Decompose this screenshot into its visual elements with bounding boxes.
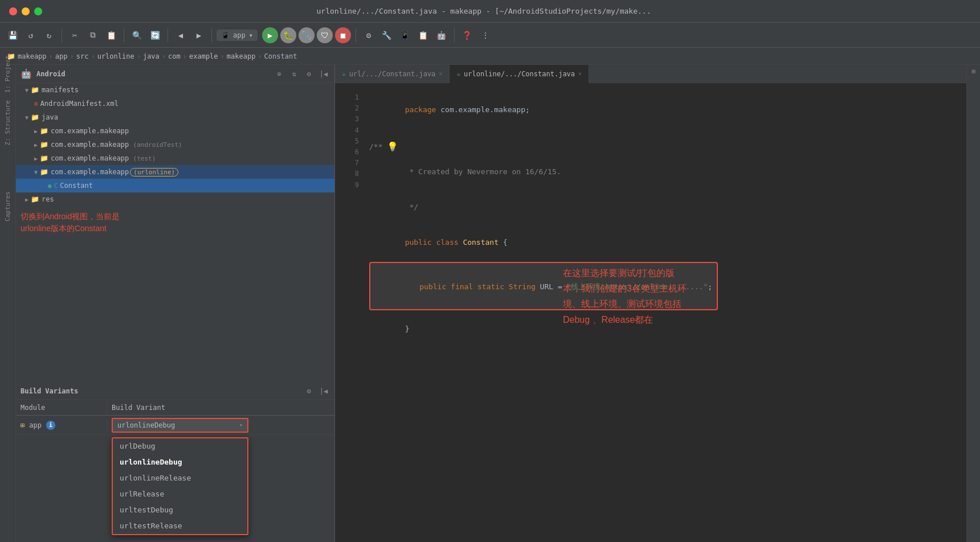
help-button[interactable]: ❓ (459, 27, 475, 43)
sdk-manager-button[interactable]: 🔧 (379, 27, 395, 43)
breadcrumb-example[interactable]: example (189, 52, 218, 60)
tree-item-com-example-makeapp[interactable]: ▶ 📁 com.example.makeapp (16, 124, 334, 138)
settings-gear-icon[interactable]: ⚙ (303, 68, 315, 80)
android-icon: 🤖 (21, 68, 32, 79)
code-line-4: * Created by Nevermore on 16/6/15. (369, 154, 955, 190)
variant-option-urltestrelease[interactable]: urltestRelease (113, 518, 247, 534)
tab-urlonline-constant[interactable]: ☕ urlonline/.../Constant.java × (450, 65, 589, 83)
tree-item-constant[interactable]: ● C Constant (16, 179, 334, 192)
tree-item-test[interactable]: ▶ 📁 com.example.makeapp (test) (16, 151, 334, 165)
variant-option-urlonlinerelease[interactable]: urlonlineRelease (113, 470, 247, 486)
java-icon: ☕ (456, 70, 460, 77)
expand-arrow: ▶ (25, 196, 28, 203)
run-button[interactable]: ▶ (262, 27, 278, 43)
copy-button[interactable]: ⧉ (85, 27, 101, 43)
tab-url-constant[interactable]: ☕ url/.../Constant.java × (335, 65, 450, 83)
debug-button[interactable]: 🐛 (280, 27, 296, 43)
build-variants-panel: Build Variants ⚙ |◀ Module Build Variant… (16, 383, 334, 542)
breadcrumb-sep-1: › (49, 52, 53, 60)
tree-annotation-area: 切换到Android视图，当前是urlonline版本的Constant (16, 206, 334, 240)
tab-label: url/.../Constant.java (349, 70, 436, 78)
breadcrumb-urlonline[interactable]: urlonline (97, 52, 134, 60)
close-button[interactable] (9, 7, 17, 15)
code-line-5: */ (369, 190, 955, 225)
paste-button[interactable]: 📋 (103, 27, 119, 43)
tree-item-res[interactable]: ▶ 📁 res (16, 192, 334, 206)
expand-arrow: ▼ (25, 87, 28, 93)
breadcrumb-sep-7: › (220, 52, 224, 60)
tab-close-icon[interactable]: × (578, 71, 582, 77)
settings-button[interactable]: ⚙ (361, 27, 377, 43)
find-button[interactable]: 🔍 (129, 27, 145, 43)
hide-panel-button[interactable]: |◀ (317, 68, 330, 80)
variant-option-urlrelease[interactable]: urlRelease (113, 486, 247, 502)
tree-item-manifests[interactable]: ▼ 📁 manifests (16, 83, 334, 97)
tree-item-urlonline[interactable]: ▼ 📁 com.example.makeapp (urlonline) (16, 165, 334, 179)
build-variants-title: Build Variants (21, 387, 78, 395)
variant-option-urltestdebug[interactable]: urltestDebug (113, 502, 247, 518)
forward-button[interactable]: ▶ (191, 27, 207, 43)
module-name: app (29, 421, 42, 429)
run-config-label: app (233, 31, 246, 39)
breadcrumb-makeapp[interactable]: makeapp (18, 52, 47, 60)
filter-button[interactable]: ⇅ (288, 68, 300, 80)
folder-icon: 📁 (40, 141, 48, 149)
stop-button[interactable]: ■ (335, 27, 351, 43)
avd-manager-button[interactable]: 📱 (397, 27, 413, 43)
breadcrumb-com[interactable]: com (168, 52, 181, 60)
project-panel-title: Android (36, 70, 66, 78)
expand-arrow: ▼ (34, 169, 38, 175)
module-cell: ⊞ app i (16, 421, 107, 430)
build-variants-settings[interactable]: ⚙ (303, 385, 315, 397)
toolbar-separator-4 (211, 28, 212, 42)
module-column-header: Module (16, 400, 107, 415)
structure-tool-button[interactable]: Z: Structure (1, 116, 15, 130)
variant-option-urldebug[interactable]: urlDebug (113, 438, 247, 454)
variant-dropdown[interactable]: urlonlineDebug ▾ (112, 418, 248, 433)
window-controls (9, 7, 42, 15)
tree-item-androidmanifest[interactable]: ≡ AndroidManifest.xml (16, 97, 334, 110)
logcat-button[interactable]: 📋 (415, 27, 431, 43)
replace-button[interactable]: 🔄 (147, 27, 163, 43)
undo-button[interactable]: ↺ (23, 27, 39, 43)
maximize-button[interactable] (34, 7, 42, 15)
more-button[interactable]: ⋮ (477, 27, 493, 43)
cut-button[interactable]: ✂ (67, 27, 83, 43)
project-panel-header: 🤖 Android ⊕ ⇅ ⚙ |◀ (16, 65, 334, 83)
redo-button[interactable]: ↻ (41, 27, 57, 43)
breadcrumb-sep-8: › (258, 52, 262, 60)
module-info-icon[interactable]: i (46, 421, 55, 430)
code-content[interactable]: 1 2 3 4 5 6 7 8 9 package com.example.ma… (335, 83, 966, 542)
tree-item-androidtest[interactable]: ▶ 📁 com.example.makeapp (androidTest) (16, 138, 334, 151)
selected-variant-label: urlonlineDebug (117, 421, 175, 429)
breadcrumb-app[interactable]: app (55, 52, 68, 60)
folder-icon: 📁 (31, 113, 39, 121)
android-monitor-button[interactable]: 🤖 (434, 27, 450, 43)
build-variants-hide[interactable]: |◀ (317, 385, 330, 397)
breadcrumb-makeapp2[interactable]: makeapp (227, 52, 256, 60)
breadcrumb-constant[interactable]: Constant (264, 52, 297, 60)
project-panel: 🤖 Android ⊕ ⇅ ⚙ |◀ ▼ 📁 manifests ≡ Andro… (16, 65, 335, 542)
project-tool-button[interactable]: 1: Project (1, 67, 15, 81)
save-button[interactable]: 💾 (5, 27, 21, 43)
coverage-button[interactable]: 🛡 (317, 27, 333, 43)
variant-option-urlonlinedebug[interactable]: urlonlineDebug (113, 454, 247, 470)
sync-button[interactable]: ⊕ (273, 68, 285, 80)
toolbar-separator-2 (124, 28, 124, 42)
run-config-selector[interactable]: 📱 app ▾ (217, 30, 258, 41)
build-variants-table-header: Module Build Variant (16, 400, 334, 416)
right-panel-icon[interactable]: ⊞ (967, 67, 979, 76)
breadcrumb-src[interactable]: src (76, 52, 89, 60)
urlonline-badge: (urlonline) (130, 168, 178, 176)
minimize-button[interactable] (22, 7, 30, 15)
line-numbers: 1 2 3 4 5 6 7 8 9 (335, 92, 364, 191)
tree-item-java[interactable]: ▼ 📁 java (16, 110, 334, 124)
tab-close-icon[interactable]: × (439, 71, 442, 77)
captures-tool-button[interactable]: Captures (1, 199, 15, 213)
manifest-icon: ≡ (34, 100, 38, 108)
code-line-8: } (369, 311, 955, 347)
breadcrumb-java[interactable]: java (143, 52, 160, 60)
back-button[interactable]: ◀ (173, 27, 189, 43)
attach-button[interactable]: 📎 (299, 27, 315, 43)
run-config-icon: 📱 (221, 31, 230, 39)
